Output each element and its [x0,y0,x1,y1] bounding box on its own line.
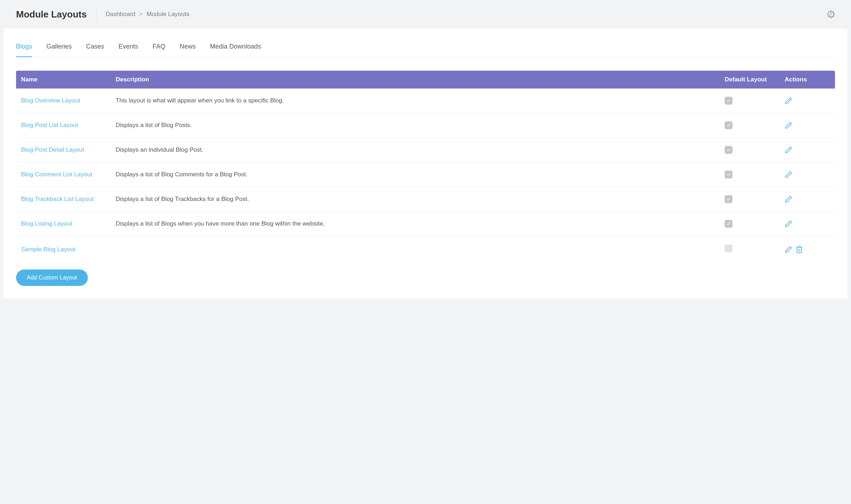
th-description: Description [111,71,720,89]
row-actions [785,146,830,154]
pencil-icon [785,97,792,105]
layouts-table: Name Description Default Layout Actions … [16,71,835,262]
edit-button[interactable] [785,146,792,154]
breadcrumb: Dashboard > Module Layouts [106,11,190,18]
gear-icon [827,10,835,18]
edit-button[interactable] [785,121,792,129]
page-header-left: Module Layouts Dashboard > Module Layout… [16,8,190,21]
check-icon [726,172,731,177]
tab-faq[interactable]: FAQ [152,39,165,57]
tab-cases[interactable]: Cases [86,39,104,57]
check-icon [726,99,731,103]
row-actions [785,220,830,228]
layout-description: Displays a list of Blogs when you have m… [111,212,720,236]
add-custom-layout-button[interactable]: Add Custom Layout [16,269,88,286]
row-actions [785,97,830,105]
edit-button[interactable] [785,246,792,253]
row-actions [785,121,830,129]
check-icon [726,222,731,226]
breadcrumb-current: Module Layouts [146,11,189,17]
default-layout-checkbox[interactable] [725,97,732,105]
tabs: BlogsGalleriesCasesEventsFAQNewsMedia Do… [16,39,835,57]
row-actions [785,171,830,178]
layout-description: Displays an individual Blog Post. [111,138,720,162]
th-default: Default Layout [720,71,780,89]
layout-name-link[interactable]: Blog Overview Layout [21,97,80,104]
page-title: Module Layouts [16,9,87,20]
layout-description: Displays a list of Blog Comments for a B… [111,162,720,187]
edit-button[interactable] [785,171,792,178]
breadcrumb-root[interactable]: Dashboard [106,11,135,17]
content-card: BlogsGalleriesCasesEventsFAQNewsMedia Do… [4,29,847,298]
table-row: Blog Listing LayoutDisplays a list of Bl… [16,212,835,236]
check-icon [726,123,731,127]
default-layout-checkbox[interactable] [725,220,732,228]
layout-name-link[interactable]: Sample Blog Layout [21,246,75,253]
tab-media-downloads[interactable]: Media Downloads [210,39,261,57]
tab-galleries[interactable]: Galleries [46,39,72,57]
table-row: Blog Comment List LayoutDisplays a list … [16,162,835,187]
table-header-row: Name Description Default Layout Actions [16,71,835,89]
divider [96,8,96,21]
default-layout-checkbox[interactable] [725,171,732,178]
default-layout-checkbox[interactable] [725,146,732,154]
tab-news[interactable]: News [180,39,196,57]
row-actions [785,246,830,253]
pencil-icon [785,246,792,253]
layout-name-link[interactable]: Blog Post List Layout [21,122,78,128]
table-row: Blog Trackback List LayoutDisplays a lis… [16,187,835,212]
layout-name-link[interactable]: Blog Listing Layout [21,220,72,227]
th-name: Name [16,71,111,89]
table-row: Blog Overview LayoutThis layout is what … [16,89,835,113]
layout-name-link[interactable]: Blog Post Detail Layout [21,146,84,153]
pencil-icon [785,220,792,228]
page-header: Module Layouts Dashboard > Module Layout… [0,0,851,29]
default-layout-checkbox[interactable] [725,195,732,203]
layout-description [111,236,720,263]
table-row: Blog Post List LayoutDisplays a list of … [16,113,835,138]
edit-button[interactable] [785,97,792,105]
edit-button[interactable] [785,220,792,228]
layout-description: Displays a list of Blog Trackbacks for a… [111,187,720,212]
row-actions [785,195,830,203]
table-row: Sample Blog Layout [16,236,835,263]
tab-blogs[interactable]: Blogs [16,39,32,57]
delete-button[interactable] [795,246,803,253]
edit-button[interactable] [785,195,792,203]
layout-name-link[interactable]: Blog Comment List Layout [21,171,92,178]
pencil-icon [785,195,792,203]
check-icon [726,197,731,201]
tab-events[interactable]: Events [119,39,138,57]
chevron-right-icon: > [139,11,143,17]
layout-description: Displays a list of Blog Posts. [111,113,720,138]
default-layout-checkbox[interactable] [725,121,732,129]
layout-description: This layout is what will appear when you… [111,89,720,113]
table-row: Blog Post Detail LayoutDisplays an indiv… [16,138,835,162]
check-icon [726,148,731,152]
pencil-icon [785,171,792,178]
trash-icon [795,246,803,253]
pencil-icon [785,121,792,129]
settings-button[interactable] [827,10,835,18]
default-layout-checkbox[interactable] [725,245,732,252]
pencil-icon [785,146,792,154]
layout-name-link[interactable]: Blog Trackback List Layout [21,196,94,202]
th-actions: Actions [780,71,835,89]
